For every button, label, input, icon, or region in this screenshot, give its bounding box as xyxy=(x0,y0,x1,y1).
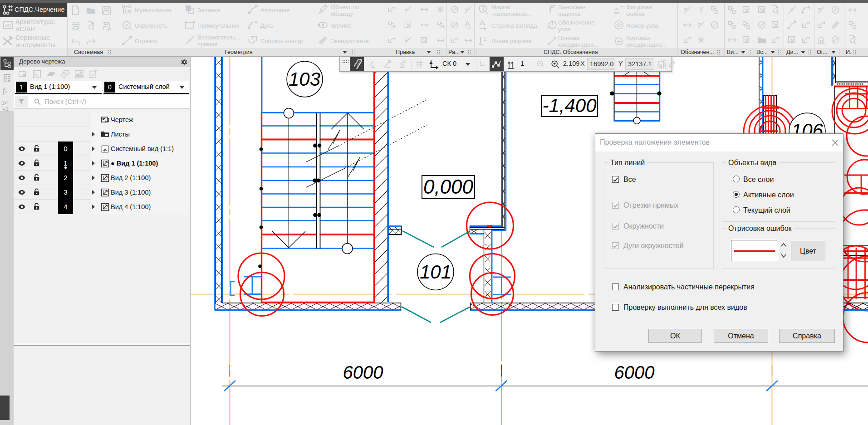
svg-text:T: T xyxy=(698,5,704,15)
svg-text:6000: 6000 xyxy=(614,362,655,382)
svg-text:АС: АС xyxy=(5,23,11,28)
svg-text:0,000: 0,000 xyxy=(423,176,474,198)
svg-text:6000: 6000 xyxy=(343,362,383,382)
svg-text:101: 101 xyxy=(420,261,451,283)
svg-text:103: 103 xyxy=(289,68,320,90)
svg-text:-1,400: -1,400 xyxy=(542,95,597,116)
